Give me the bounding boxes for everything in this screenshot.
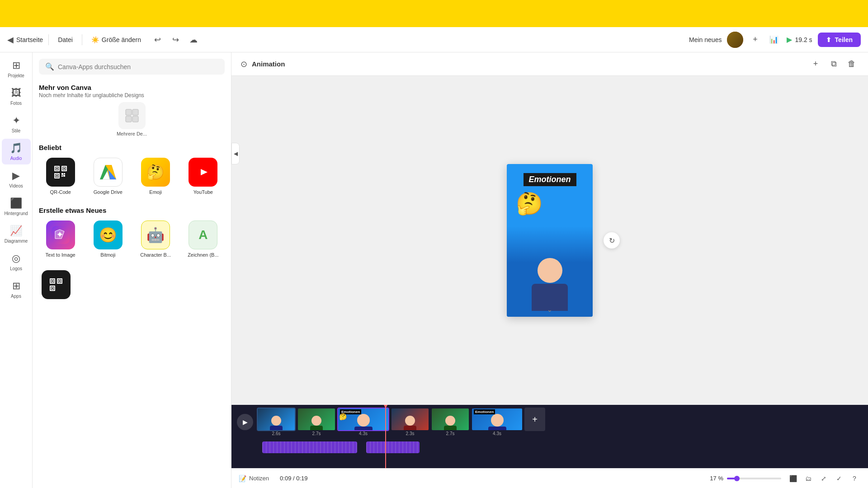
stile-icon: ✦ xyxy=(12,115,20,127)
timeline-clip-6[interactable]: Emotionen 4.3s xyxy=(471,408,523,436)
timeline-play-button[interactable]: ▶ xyxy=(237,414,253,430)
app-youtube[interactable]: YouTube xyxy=(182,155,225,197)
google-drive-icon xyxy=(94,158,123,187)
more-canva-section: Mehr von Canva Noch mehr Inhalte für ung… xyxy=(39,84,225,99)
save-cloud-button[interactable]: ☁ xyxy=(186,33,201,47)
undo-button[interactable]: ↩ xyxy=(150,33,165,47)
app-emoji[interactable]: 🤔 Emoji xyxy=(134,155,177,197)
svg-rect-16 xyxy=(61,173,63,175)
sidebar-item-projekte[interactable]: ⊞ Projekte xyxy=(2,56,31,82)
pages-button[interactable]: 🗂 xyxy=(802,472,815,485)
canvas-viewport: Emotionen 🤔 ↻ xyxy=(231,76,868,405)
share-icon: ⬆ xyxy=(826,36,831,43)
zoom-slider[interactable] xyxy=(727,478,781,479)
toolbar-actions: ↩ ↪ ☁ xyxy=(150,33,201,47)
svg-rect-36 xyxy=(59,281,61,282)
character-builder-icon: 🤖 xyxy=(141,221,170,249)
apps-icon: ⊞ xyxy=(12,280,20,292)
header: ◀ Startseite Datei ☀️ Größe ändern ↩ ↪ ☁… xyxy=(0,27,868,52)
chart-button[interactable]: 📊 xyxy=(767,33,781,47)
delete-animation-button[interactable]: 🗑 xyxy=(844,57,859,71)
timeline-clip-4[interactable]: 2.3s xyxy=(391,408,429,436)
panel-collapse-button[interactable]: ◀ xyxy=(231,143,240,164)
help-button[interactable]: ? xyxy=(848,472,861,485)
pages-icon: 🗂 xyxy=(805,475,811,482)
search-input[interactable] xyxy=(58,63,218,70)
google-drive-label: Google Drive xyxy=(94,189,123,195)
sidebar-label-projekte: Projekte xyxy=(8,73,24,78)
svg-rect-0 xyxy=(126,109,132,115)
sidebar-item-apps[interactable]: ⊞ Apps xyxy=(2,277,31,302)
file-button[interactable]: Datei xyxy=(54,34,76,45)
animation-header: ⊙ Animation + ⧉ 🗑 xyxy=(231,52,868,76)
app-bitmoji[interactable]: 😊 Bitmoji xyxy=(86,218,129,260)
size-button[interactable]: ☀️ Größe ändern xyxy=(88,34,145,45)
canvas-card[interactable]: Emotionen 🤔 xyxy=(507,164,593,317)
add-collaborator-button[interactable]: + xyxy=(749,33,761,46)
sidebar-item-hintergrund[interactable]: ⬛ Hintergrund xyxy=(2,194,31,220)
size-label: Größe ändern xyxy=(102,36,141,43)
sidebar-item-stile[interactable]: ✦ Stile xyxy=(2,111,31,137)
emoji-label: Emoji xyxy=(149,189,162,195)
mehrere-designs-item[interactable]: Mehrere De... xyxy=(39,102,225,136)
collapse-icon: ◀ xyxy=(234,150,238,157)
home-button[interactable]: ◀ Startseite xyxy=(7,35,43,45)
sidebar-item-diagramme[interactable]: 📈 Diagramme xyxy=(2,221,31,247)
sidebar-item-videos[interactable]: ▶ Videos xyxy=(2,166,31,192)
sidebar-item-audio[interactable]: 🎵 Audio xyxy=(2,139,31,164)
sidebar-item-logos[interactable]: ◎ Logos xyxy=(2,249,31,275)
time-display: 0:09 / 0:19 xyxy=(280,475,307,482)
more-canva-subtitle: Noch mehr Inhalte für unglaubliche Desig… xyxy=(39,92,225,99)
share-button[interactable]: ⬆ Teilen xyxy=(818,33,861,47)
create-new-section-header: Erstelle etwas Neues xyxy=(39,206,225,214)
timeline-clip-2[interactable]: 2.7s xyxy=(297,408,336,436)
notes-icon: 📝 xyxy=(239,475,246,482)
add-animation-button[interactable]: + xyxy=(808,57,823,71)
clip-thumb-4 xyxy=(391,408,429,431)
zoom-slider-thumb[interactable] xyxy=(734,476,740,481)
animation-icon: ⊙ xyxy=(241,59,247,69)
qr-code-label: QR-Code xyxy=(50,189,71,195)
svg-rect-39 xyxy=(52,288,53,289)
grid-view-button[interactable]: ⬛ xyxy=(787,472,799,485)
play-time-display[interactable]: ▶ 19.2 s xyxy=(787,35,812,44)
check-icon: ✓ xyxy=(836,475,842,482)
user-avatar[interactable] xyxy=(727,32,743,48)
refresh-button[interactable]: ↻ xyxy=(604,232,620,249)
avatar-image xyxy=(727,32,743,48)
sidebar-label-hintergrund: Hintergrund xyxy=(4,211,28,216)
svg-rect-12 xyxy=(63,168,65,169)
header-divider xyxy=(48,34,49,45)
clip-duration-1: 2.6s xyxy=(257,431,296,436)
copy-animation-button[interactable]: ⧉ xyxy=(826,57,841,71)
timeline-clip-3[interactable]: Emotionen 🤔 4.3s xyxy=(337,408,389,436)
check-button[interactable]: ✓ xyxy=(833,472,845,485)
fullscreen-icon: ⤢ xyxy=(821,475,826,482)
redo-button[interactable]: ↪ xyxy=(168,33,183,47)
sidebar-item-fotos[interactable]: 🖼 Fotos xyxy=(2,84,31,109)
add-clip-button[interactable]: + xyxy=(524,408,545,431)
timeline-clip-1[interactable]: 2.6s xyxy=(257,408,296,436)
bottom-qr-code-item[interactable] xyxy=(39,267,225,302)
add-icon: + xyxy=(813,59,818,69)
app-character-builder[interactable]: 🤖 Character B... xyxy=(134,218,177,260)
youtube-icon xyxy=(189,158,217,187)
zoom-controls: 17 % xyxy=(710,475,781,482)
sidebar-label-videos: Videos xyxy=(9,183,23,188)
trash-icon: 🗑 xyxy=(848,59,856,69)
canvas-card-title: Emotionen xyxy=(507,173,593,186)
app-qr-code[interactable]: QR-Code xyxy=(39,155,82,197)
app-google-drive[interactable]: Google Drive xyxy=(86,155,129,197)
expand-button[interactable]: ⌄ xyxy=(547,306,552,313)
notes-button[interactable]: 📝 Notizen xyxy=(239,475,269,482)
fullscreen-button[interactable]: ⤢ xyxy=(817,472,830,485)
timeline-clip-5[interactable]: 2.7s xyxy=(431,408,470,436)
create-apps-grid: ✦ Text to Image 😊 Bitmoji � xyxy=(39,218,225,260)
popular-apps-grid: QR-Code Google Drive xyxy=(39,155,225,197)
app-text-to-image[interactable]: ✦ Text to Image xyxy=(39,218,82,260)
text-to-image-label: Text to Image xyxy=(46,252,75,258)
home-label: Startseite xyxy=(16,36,43,43)
app-zeichnen[interactable]: A Zeichnen (B... xyxy=(182,218,225,260)
audio-wave-1 xyxy=(262,441,357,453)
audio-icon: 🎵 xyxy=(10,142,22,154)
